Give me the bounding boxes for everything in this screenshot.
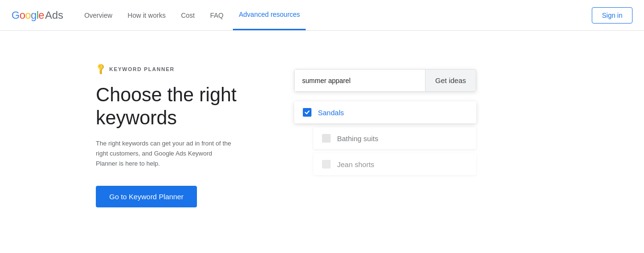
checkmark-icon (304, 109, 310, 115)
header: Google Ads Overview How it works Cost FA… (0, 0, 644, 31)
main-nav: Overview How it works Cost FAQ Advanced … (79, 0, 592, 30)
checkbox-unchecked-bathing-suits[interactable] (322, 134, 331, 143)
checkbox-unchecked-jean-shorts[interactable] (322, 160, 331, 169)
suggestions-list: Sandals Bathing suits Jean shorts (294, 101, 476, 175)
main-heading: Choose the right keywords (96, 83, 237, 129)
checkbox-checked-sandals[interactable] (303, 108, 311, 117)
ads-logo-text: Ads (45, 9, 63, 22)
sign-in-button[interactable]: Sign in (592, 7, 632, 24)
suggestion-sandals[interactable]: Sandals (294, 101, 476, 123)
keyword-planner-label: 🔑 KEYWORD PLANNER (96, 64, 237, 73)
search-row: Get ideas (294, 69, 476, 92)
get-ideas-button[interactable]: Get ideas (425, 69, 476, 92)
description-text: The right keywords can get your ad in fr… (96, 139, 235, 169)
keyword-widget: Get ideas Sandals Bathing suits Jean (294, 60, 476, 175)
suggestion-sandals-label: Sandals (318, 108, 344, 117)
google-logo: Google (12, 9, 44, 22)
goto-keyword-planner-button[interactable]: Go to Keyword Planner (96, 186, 197, 207)
suggestion-bathing-suits[interactable]: Bathing suits (313, 127, 476, 149)
key-icon: 🔑 (94, 62, 107, 76)
suggestion-jean-shorts-label: Jean shorts (337, 160, 375, 169)
nav-advanced-resources[interactable]: Advanced resources (233, 0, 306, 30)
keyword-label-text: KEYWORD PLANNER (109, 66, 174, 72)
search-input[interactable] (294, 69, 426, 92)
main-content: 🔑 KEYWORD PLANNER Choose the right keywo… (0, 31, 644, 253)
nav-faq[interactable]: FAQ (204, 1, 229, 30)
logo: Google Ads (12, 9, 63, 22)
left-column: 🔑 KEYWORD PLANNER Choose the right keywo… (96, 60, 237, 207)
nav-overview[interactable]: Overview (79, 1, 118, 30)
suggestion-bathing-suits-label: Bathing suits (337, 134, 379, 143)
nav-cost[interactable]: Cost (175, 1, 201, 30)
suggestion-jean-shorts[interactable]: Jean shorts (313, 153, 476, 175)
nav-how-it-works[interactable]: How it works (122, 1, 171, 30)
